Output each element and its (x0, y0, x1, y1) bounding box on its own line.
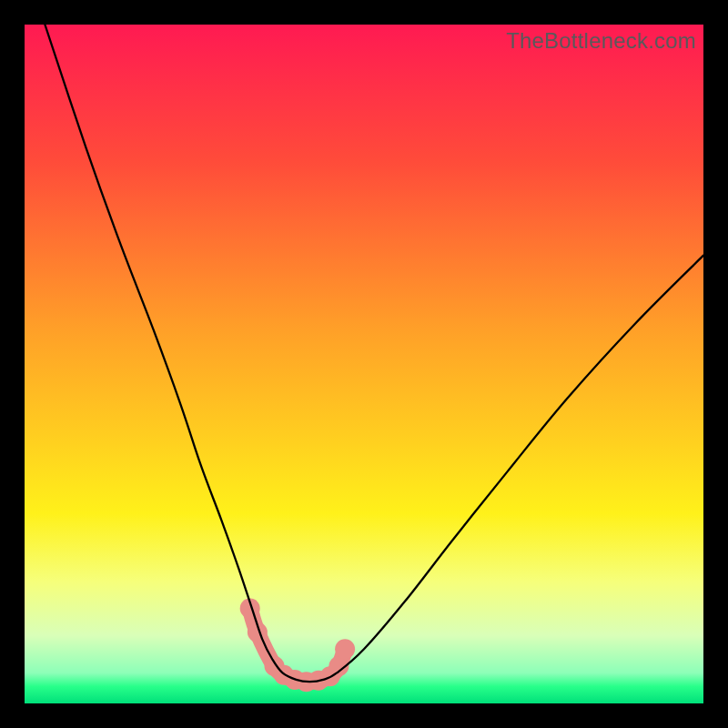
chart-svg (25, 25, 703, 703)
chart-frame: TheBottleneck.com (0, 0, 728, 728)
watermark-text: TheBottleneck.com (506, 28, 696, 54)
gradient-background (25, 25, 703, 703)
highlight-node (335, 639, 355, 659)
plot-area: TheBottleneck.com (25, 25, 703, 703)
